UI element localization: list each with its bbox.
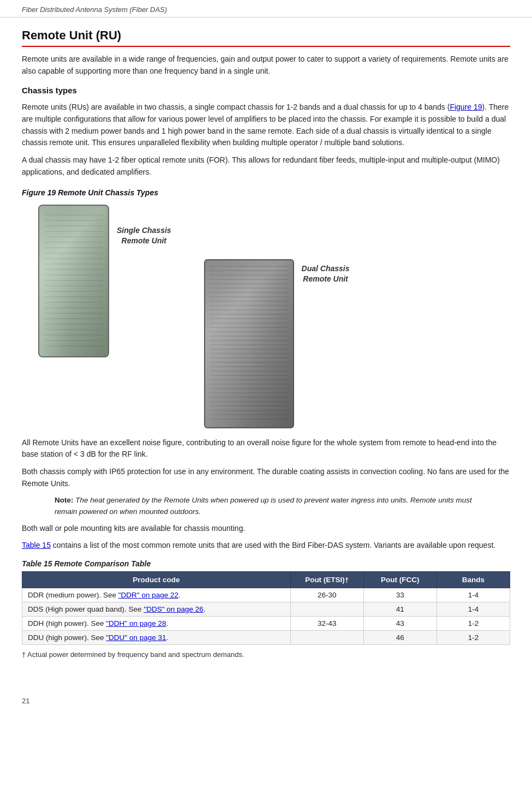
table-cell-bands: 1-4 — [437, 602, 510, 617]
after-figure-p2: Both chassis comply with IP65 protection… — [22, 466, 510, 489]
table-cell-pout-fcc: 33 — [363, 588, 437, 602]
intro-paragraph-1: Remote units are available in a wide ran… — [22, 53, 510, 77]
page-title: Remote Unit (RU) — [22, 28, 510, 47]
table-cell-pout-etsi — [290, 631, 363, 645]
table-header-pout-etsi: Pout (ETSI)† — [290, 572, 363, 588]
table-cell-pout-fcc: 41 — [363, 602, 437, 617]
table-cell-bands: 1-4 — [437, 588, 510, 602]
figure-19-link[interactable]: Figure 19 — [450, 103, 482, 111]
table-cell-pout-fcc: 43 — [363, 617, 437, 631]
table-cell-product: DDS (High power quad band). See "DDS" on… — [22, 602, 291, 617]
chassis-paragraph-2: A dual chassis may have 1-2 fiber optica… — [22, 154, 510, 178]
table-row: DDH (high power). See "DDH" on page 28.3… — [22, 617, 510, 631]
product-link[interactable]: "DDR" on page 22 — [118, 591, 178, 599]
table-cell-pout-etsi: 32-43 — [290, 617, 363, 631]
table-cell-bands: 1-2 — [437, 617, 510, 631]
chassis-paragraph-1: Remote units (RUs) are available in two … — [22, 101, 510, 149]
table-cell-product: DDR (medium power). See "DDR" on page 22… — [22, 588, 291, 602]
page-number: 21 — [0, 691, 532, 710]
dual-chassis-block: Dual Chassis Remote Unit — [204, 259, 350, 428]
after-note-p1: Both wall or pole mounting kits are avai… — [22, 523, 510, 535]
product-link[interactable]: "DDS" on page 26 — [144, 605, 203, 613]
table-header-product: Product code — [22, 572, 291, 588]
table-row: DDR (medium power). See "DDR" on page 22… — [22, 588, 510, 602]
single-chassis-image — [38, 205, 109, 357]
after-figure-p1: All Remote Units have an excellent noise… — [22, 437, 510, 461]
table-15-link[interactable]: Table 15 — [22, 541, 51, 549]
table-row: DDS (High power quad band). See "DDS" on… — [22, 602, 510, 617]
product-link[interactable]: "DDU" on page 31 — [106, 633, 166, 642]
table-reference: Table 15 contains a list of the most com… — [22, 540, 510, 552]
table-15-title: Table 15 Remote Comparison Table — [22, 559, 510, 568]
table-header-bands: Bands — [437, 572, 510, 588]
table-footnote: † Actual power determined by frequency b… — [22, 650, 510, 659]
note-text: The heat generated by the Remote Units w… — [55, 496, 472, 515]
single-chassis-block: Single Chassis Remote Unit — [38, 205, 171, 357]
table-cell-pout-fcc: 46 — [363, 631, 437, 645]
table-cell-product: DDH (high power). See "DDH" on page 28. — [22, 617, 291, 631]
figure-19: Single Chassis Remote Unit Dual Chassis … — [38, 205, 499, 428]
note-block: Note: The heat generated by the Remote U… — [55, 495, 477, 517]
dual-chassis-image — [204, 259, 294, 428]
single-chassis-label: Single Chassis Remote Unit — [117, 225, 171, 247]
table-cell-pout-etsi — [290, 602, 363, 617]
table-row: DDU (high power). See "DDU" on page 31.4… — [22, 631, 510, 645]
chassis-types-heading: Chassis types — [22, 86, 510, 95]
table-header-pout-fcc: Pout (FCC) — [363, 572, 437, 588]
note-label: Note: — [55, 496, 74, 504]
table-cell-pout-etsi: 26-30 — [290, 588, 363, 602]
dual-chassis-label: Dual Chassis Remote Unit — [302, 264, 350, 285]
table-cell-bands: 1-2 — [437, 631, 510, 645]
page-header: Fiber Distributed Antenna System (Fiber … — [0, 0, 532, 17]
figure-title: Figure 19 Remote Unit Chassis Types — [22, 188, 510, 197]
product-link[interactable]: "DDH" on page 28 — [106, 619, 166, 627]
remote-comparison-table: Product code Pout (ETSI)† Pout (FCC) Ban… — [22, 571, 510, 645]
table-cell-product: DDU (high power). See "DDU" on page 31. — [22, 631, 291, 645]
